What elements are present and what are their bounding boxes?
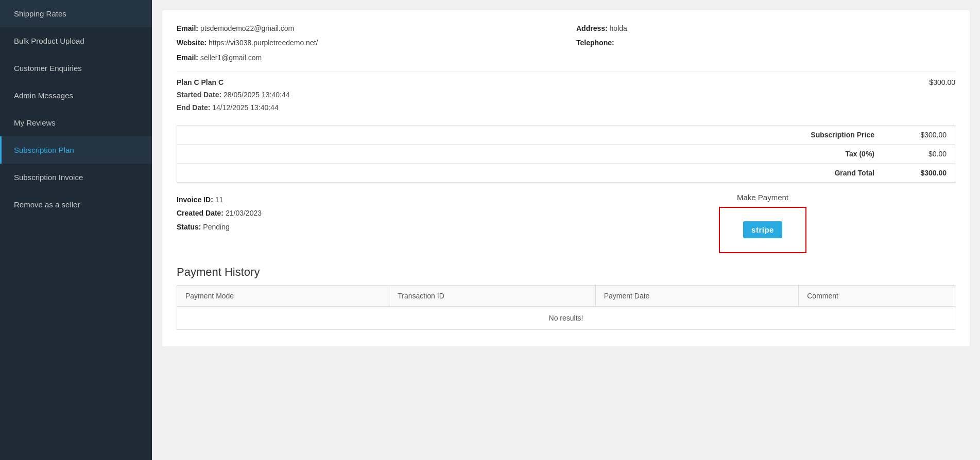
sidebar-item-shipping-rates[interactable]: Shipping Rates [0,0,152,27]
payment-history-title: Payment History [177,266,955,279]
invoice-id-value: 11 [215,196,223,204]
subscription-price-label: Subscription Price [792,131,874,139]
plan-dates: Started Date: 28/05/2025 13:40:44 End Da… [177,89,290,114]
contact-info-grid: Email: ptsdemodemo22@gmail.com Address: … [177,23,955,63]
tax-label: Tax (0%) [792,150,874,158]
grand-total-label: Grand Total [792,169,874,177]
invoice-id-row: Invoice ID: 11 [177,193,562,207]
email-right-value: seller1@gmail.com [200,54,262,62]
email-right-label: Email: [177,54,198,62]
started-date-label: Started Date: [177,91,221,99]
sidebar-item-label: Shipping Rates [14,9,66,18]
email-label: Email: [177,24,198,32]
sidebar-item-label: Customer Enquiries [14,64,82,73]
tax-row: Tax (0%) $0.00 [177,145,955,164]
tax-value: $0.00 [905,150,947,158]
telephone-right-label: Telephone: [576,39,614,47]
status-row: Status: Pending [177,220,562,234]
payment-box: stripe [719,207,806,253]
sidebar-item-label: Remove as a seller [14,200,80,209]
grand-total-row: Grand Total $300.00 [177,164,955,182]
subscription-plan-card: Email: ptsdemodemo22@gmail.com Address: … [162,10,970,346]
subscription-price-value: $300.00 [905,131,947,139]
no-results-cell: No results! [177,306,955,329]
make-payment-label: Make Payment [737,193,788,202]
sidebar-item-label: Admin Messages [14,91,73,100]
invoice-right: Make Payment stripe [570,193,955,253]
created-date-label: Created Date: [177,209,223,217]
sidebar-item-label: Subscription Invoice [14,173,83,182]
address-value: holda [610,24,627,32]
started-date-value: 28/05/2025 13:40:44 [223,91,289,99]
email-value: ptsdemodemo22@gmail.com [200,24,294,32]
payment-table-header: Payment Mode Transaction ID Payment Date… [177,285,955,306]
payment-table-header-row: Payment Mode Transaction ID Payment Date… [177,285,955,306]
col-transaction-id: Transaction ID [389,285,595,306]
plan-price: $300.00 [929,78,955,86]
sidebar-item-label: Subscription Plan [14,146,74,154]
created-date-value: 21/03/2023 [226,209,262,217]
stripe-button[interactable]: stripe [743,221,782,238]
email-row: Email: ptsdemodemo22@gmail.com [177,23,556,34]
sidebar-item-bulk-product-upload[interactable]: Bulk Product Upload [0,27,152,55]
telephone-right-row: Telephone: [576,37,955,48]
started-date-row: Started Date: 28/05/2025 13:40:44 [177,89,290,101]
website-value: https://vi3038.purpletreedemo.net/ [209,39,318,47]
subscription-price-row: Subscription Price $300.00 [177,126,955,145]
sidebar-item-subscription-invoice[interactable]: Subscription Invoice [0,164,152,191]
plan-row: Plan C Plan C Started Date: 28/05/2025 1… [177,72,955,116]
end-date-row: End Date: 14/12/2025 13:40:44 [177,101,290,114]
sidebar-item-remove-as-seller[interactable]: Remove as a seller [0,191,152,218]
main-content: Email: ptsdemodemo22@gmail.com Address: … [152,0,980,460]
grand-total-value: $300.00 [905,169,947,177]
sidebar-item-customer-enquiries[interactable]: Customer Enquiries [0,55,152,82]
invoice-id-label: Invoice ID: [177,196,213,204]
col-payment-date: Payment Date [595,285,799,306]
sidebar-item-my-reviews[interactable]: My Reviews [0,109,152,136]
sidebar-item-label: Bulk Product Upload [14,37,84,45]
summary-area: Subscription Price $300.00 Tax (0%) $0.0… [177,125,955,183]
website-row: Website: https://vi3038.purpletreedemo.n… [177,37,556,48]
sidebar-item-subscription-plan[interactable]: Subscription Plan [0,136,152,164]
payment-history-table: Payment Mode Transaction ID Payment Date… [177,285,955,330]
col-payment-mode: Payment Mode [177,285,389,306]
sidebar-item-admin-messages[interactable]: Admin Messages [0,82,152,109]
created-date-row: Created Date: 21/03/2023 [177,206,562,220]
sidebar-item-label: My Reviews [14,118,56,127]
plan-name: Plan C Plan C [177,78,223,86]
website-label: Website: [177,39,207,47]
sidebar: Shipping Rates Bulk Product Upload Custo… [0,0,152,460]
invoice-left: Invoice ID: 11 Created Date: 21/03/2023 … [177,193,562,234]
no-results-row: No results! [177,306,955,329]
address-label: Address: [576,24,608,32]
end-date-label: End Date: [177,103,210,112]
address-row: Address: holda [576,23,955,34]
email-right-row: Email: seller1@gmail.com [177,52,556,63]
col-comment: Comment [799,285,955,306]
status-value: Pending [203,223,229,231]
end-date-value: 14/12/2025 13:40:44 [212,103,278,112]
plan-info: Plan C Plan C Started Date: 28/05/2025 1… [177,78,290,114]
status-label: Status: [177,223,201,231]
payment-table-body: No results! [177,306,955,329]
top-info-section: Email: ptsdemodemo22@gmail.com Address: … [177,23,955,63]
invoice-section: Invoice ID: 11 Created Date: 21/03/2023 … [177,193,955,253]
